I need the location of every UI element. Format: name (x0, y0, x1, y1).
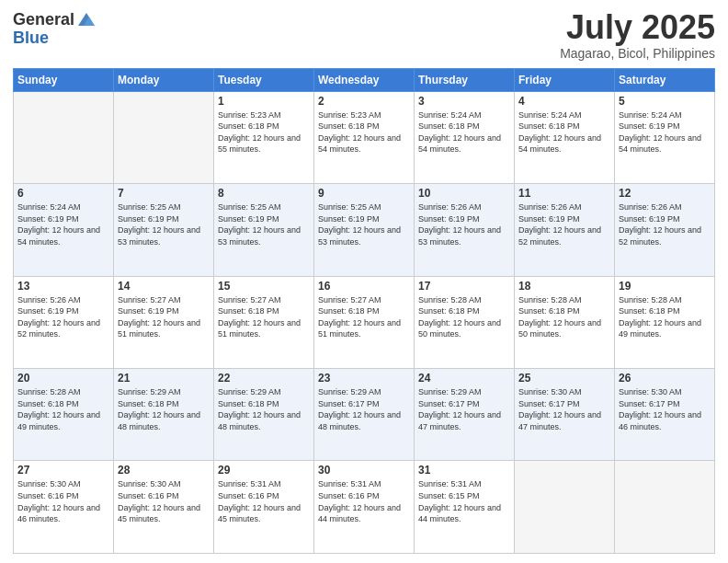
day-number: 28 (118, 464, 210, 477)
day-info: Sunrise: 5:29 AMSunset: 6:17 PMDaylight:… (418, 386, 510, 432)
table-row: 17Sunrise: 5:28 AMSunset: 6:18 PMDayligh… (415, 276, 515, 368)
table-row (114, 91, 214, 183)
day-number: 5 (619, 95, 711, 108)
day-number: 30 (318, 464, 410, 477)
day-number: 21 (118, 372, 210, 385)
day-info: Sunrise: 5:27 AMSunset: 6:18 PMDaylight:… (218, 294, 310, 340)
day-number: 31 (418, 464, 510, 477)
table-row: 14Sunrise: 5:27 AMSunset: 6:19 PMDayligh… (114, 276, 214, 368)
logo-blue: Blue (13, 29, 49, 46)
day-info: Sunrise: 5:26 AMSunset: 6:19 PMDaylight:… (619, 201, 711, 247)
day-number: 11 (518, 187, 610, 200)
logo-general: General (13, 11, 74, 28)
day-info: Sunrise: 5:31 AMSunset: 6:16 PMDaylight:… (218, 478, 310, 524)
table-row: 4Sunrise: 5:24 AMSunset: 6:18 PMDaylight… (515, 91, 615, 183)
table-row: 29Sunrise: 5:31 AMSunset: 6:16 PMDayligh… (214, 461, 314, 554)
day-number: 6 (17, 187, 109, 200)
table-row: 19Sunrise: 5:28 AMSunset: 6:18 PMDayligh… (615, 276, 715, 368)
day-info: Sunrise: 5:28 AMSunset: 6:18 PMDaylight:… (17, 386, 109, 432)
table-row: 3Sunrise: 5:24 AMSunset: 6:18 PMDaylight… (415, 91, 515, 183)
table-row: 18Sunrise: 5:28 AMSunset: 6:18 PMDayligh… (515, 276, 615, 368)
calendar-week-row: 20Sunrise: 5:28 AMSunset: 6:18 PMDayligh… (14, 369, 715, 461)
day-number: 4 (518, 95, 610, 108)
day-info: Sunrise: 5:26 AMSunset: 6:19 PMDaylight:… (518, 201, 610, 247)
header-monday: Monday (114, 68, 214, 91)
day-number: 15 (218, 280, 310, 293)
table-row: 12Sunrise: 5:26 AMSunset: 6:19 PMDayligh… (615, 184, 715, 276)
day-info: Sunrise: 5:24 AMSunset: 6:19 PMDaylight:… (17, 201, 109, 247)
day-info: Sunrise: 5:30 AMSunset: 6:17 PMDaylight:… (619, 386, 711, 432)
table-row: 7Sunrise: 5:25 AMSunset: 6:19 PMDaylight… (114, 184, 214, 276)
day-number: 16 (318, 280, 410, 293)
day-number: 14 (118, 280, 210, 293)
header-friday: Friday (515, 68, 615, 91)
day-number: 12 (619, 187, 711, 200)
table-row: 5Sunrise: 5:24 AMSunset: 6:19 PMDaylight… (615, 91, 715, 183)
header-wednesday: Wednesday (314, 68, 415, 91)
table-row: 31Sunrise: 5:31 AMSunset: 6:15 PMDayligh… (415, 461, 515, 554)
day-number: 20 (17, 372, 109, 385)
day-info: Sunrise: 5:24 AMSunset: 6:19 PMDaylight:… (619, 109, 711, 155)
table-row: 26Sunrise: 5:30 AMSunset: 6:17 PMDayligh… (615, 369, 715, 461)
title-block: July 2025 Magarao, Bicol, Philippines (560, 9, 715, 61)
logo: General Blue (13, 9, 97, 46)
day-info: Sunrise: 5:30 AMSunset: 6:16 PMDaylight:… (17, 478, 109, 524)
header-saturday: Saturday (615, 68, 715, 91)
table-row: 15Sunrise: 5:27 AMSunset: 6:18 PMDayligh… (214, 276, 314, 368)
day-number: 3 (418, 95, 510, 108)
calendar-week-row: 6Sunrise: 5:24 AMSunset: 6:19 PMDaylight… (14, 184, 715, 276)
day-info: Sunrise: 5:23 AMSunset: 6:18 PMDaylight:… (318, 109, 410, 155)
table-row: 22Sunrise: 5:29 AMSunset: 6:18 PMDayligh… (214, 369, 314, 461)
day-number: 27 (17, 464, 109, 477)
day-number: 8 (218, 187, 310, 200)
day-number: 23 (318, 372, 410, 385)
table-row: 23Sunrise: 5:29 AMSunset: 6:17 PMDayligh… (314, 369, 415, 461)
day-number: 19 (619, 280, 711, 293)
calendar-week-row: 13Sunrise: 5:26 AMSunset: 6:19 PMDayligh… (14, 276, 715, 368)
calendar-week-row: 27Sunrise: 5:30 AMSunset: 6:16 PMDayligh… (14, 461, 715, 554)
table-row: 21Sunrise: 5:29 AMSunset: 6:18 PMDayligh… (114, 369, 214, 461)
day-number: 10 (418, 187, 510, 200)
table-row: 9Sunrise: 5:25 AMSunset: 6:19 PMDaylight… (314, 184, 415, 276)
table-row: 20Sunrise: 5:28 AMSunset: 6:18 PMDayligh… (14, 369, 114, 461)
table-row: 27Sunrise: 5:30 AMSunset: 6:16 PMDayligh… (14, 461, 114, 554)
header-thursday: Thursday (415, 68, 515, 91)
day-number: 9 (318, 187, 410, 200)
day-info: Sunrise: 5:31 AMSunset: 6:15 PMDaylight:… (418, 478, 510, 524)
day-number: 17 (418, 280, 510, 293)
subtitle: Magarao, Bicol, Philippines (560, 46, 715, 61)
table-row: 16Sunrise: 5:27 AMSunset: 6:18 PMDayligh… (314, 276, 415, 368)
calendar-header-row: Sunday Monday Tuesday Wednesday Thursday… (14, 68, 715, 91)
header-sunday: Sunday (14, 68, 114, 91)
table-row: 6Sunrise: 5:24 AMSunset: 6:19 PMDaylight… (14, 184, 114, 276)
day-info: Sunrise: 5:25 AMSunset: 6:19 PMDaylight:… (218, 201, 310, 247)
day-info: Sunrise: 5:30 AMSunset: 6:17 PMDaylight:… (518, 386, 610, 432)
page: General Blue July 2025 Magarao, Bicol, P… (0, 0, 728, 563)
day-info: Sunrise: 5:26 AMSunset: 6:19 PMDaylight:… (418, 201, 510, 247)
table-row: 10Sunrise: 5:26 AMSunset: 6:19 PMDayligh… (415, 184, 515, 276)
calendar-table: Sunday Monday Tuesday Wednesday Thursday… (13, 68, 715, 554)
day-info: Sunrise: 5:29 AMSunset: 6:18 PMDaylight:… (218, 386, 310, 432)
day-info: Sunrise: 5:24 AMSunset: 6:18 PMDaylight:… (518, 109, 610, 155)
day-number: 18 (518, 280, 610, 293)
day-info: Sunrise: 5:28 AMSunset: 6:18 PMDaylight:… (518, 294, 610, 340)
day-info: Sunrise: 5:25 AMSunset: 6:19 PMDaylight:… (118, 201, 210, 247)
day-info: Sunrise: 5:24 AMSunset: 6:18 PMDaylight:… (418, 109, 510, 155)
day-info: Sunrise: 5:29 AMSunset: 6:18 PMDaylight:… (118, 386, 210, 432)
logo-icon (76, 9, 97, 29)
table-row: 13Sunrise: 5:26 AMSunset: 6:19 PMDayligh… (14, 276, 114, 368)
table-row: 30Sunrise: 5:31 AMSunset: 6:16 PMDayligh… (314, 461, 415, 554)
table-row (14, 91, 114, 183)
day-info: Sunrise: 5:30 AMSunset: 6:16 PMDaylight:… (118, 478, 210, 524)
table-row: 28Sunrise: 5:30 AMSunset: 6:16 PMDayligh… (114, 461, 214, 554)
day-info: Sunrise: 5:25 AMSunset: 6:19 PMDaylight:… (318, 201, 410, 247)
day-info: Sunrise: 5:29 AMSunset: 6:17 PMDaylight:… (318, 386, 410, 432)
table-row: 1Sunrise: 5:23 AMSunset: 6:18 PMDaylight… (214, 91, 314, 183)
table-row: 11Sunrise: 5:26 AMSunset: 6:19 PMDayligh… (515, 184, 615, 276)
header-tuesday: Tuesday (214, 68, 314, 91)
day-number: 2 (318, 95, 410, 108)
table-row (515, 461, 615, 554)
day-number: 22 (218, 372, 310, 385)
calendar-week-row: 1Sunrise: 5:23 AMSunset: 6:18 PMDaylight… (14, 91, 715, 183)
table-row (615, 461, 715, 554)
